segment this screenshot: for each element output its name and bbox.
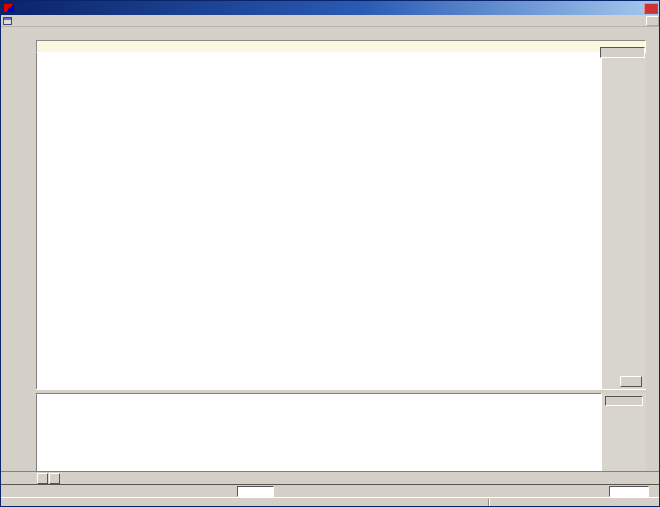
tabs-scroll-right-button[interactable]: [49, 473, 60, 484]
info-bar: [36, 40, 646, 53]
app-window: [0, 0, 660, 507]
date-box[interactable]: [237, 486, 274, 497]
price-cursor-box: [600, 47, 645, 58]
price-axis[interactable]: [601, 53, 646, 389]
bar-number: [609, 486, 649, 497]
left-sidebar: [1, 40, 36, 391]
status-bar: [1, 497, 660, 507]
study-tabs-row: [1, 471, 660, 484]
toolbar: [1, 27, 660, 40]
status-divider: [488, 499, 490, 507]
price-chart[interactable]: [36, 53, 601, 389]
app-icon: [4, 4, 14, 12]
oscillator-value-box: [605, 396, 643, 406]
close-button[interactable]: [644, 3, 658, 14]
axis-close-button[interactable]: [620, 376, 642, 387]
child-close-button[interactable]: [646, 16, 659, 26]
title-bar[interactable]: [1, 1, 660, 15]
child-window-icon[interactable]: [3, 17, 12, 25]
right-tool-column: [646, 45, 660, 391]
oscillator-pane[interactable]: [36, 393, 601, 471]
tabs-scroll-left-button[interactable]: [37, 473, 48, 484]
oscillator-axis: [601, 393, 646, 471]
date-axis[interactable]: [1, 484, 660, 497]
menu-bar: [1, 15, 660, 27]
